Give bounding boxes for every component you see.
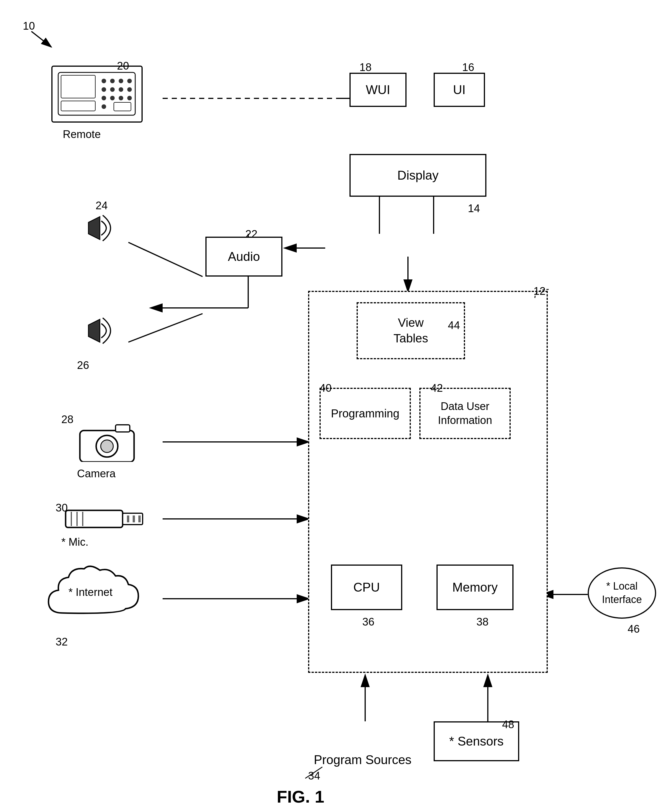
display-label: Display — [397, 168, 438, 183]
svg-point-41 — [119, 96, 123, 100]
ref-16: 16 — [462, 61, 474, 74]
svg-point-38 — [127, 87, 132, 92]
svg-point-33 — [119, 79, 123, 83]
svg-rect-51 — [66, 510, 123, 527]
svg-point-49 — [101, 440, 113, 452]
display-box: Display — [350, 154, 486, 197]
programming-box: Programming — [320, 388, 411, 439]
ref-20: 20 — [117, 60, 129, 72]
ref-38: 38 — [476, 616, 489, 628]
svg-point-32 — [110, 79, 115, 83]
mic-label: * Mic. — [61, 536, 88, 548]
svg-rect-54 — [132, 516, 135, 522]
svg-rect-44 — [114, 102, 131, 111]
programming-label: Programming — [331, 407, 399, 420]
view-tables-label: View Tables — [393, 315, 428, 346]
ref-18: 18 — [359, 61, 371, 74]
ref-42: 42 — [431, 382, 443, 394]
svg-line-12 — [128, 242, 203, 277]
data-user-info-label: Data User Information — [438, 400, 492, 428]
audio-box: Audio — [205, 237, 282, 277]
speaker-top-icon — [77, 205, 134, 251]
svg-marker-46 — [88, 319, 100, 342]
svg-rect-53 — [127, 516, 129, 522]
svg-rect-29 — [61, 75, 95, 98]
svg-marker-45 — [88, 217, 100, 239]
ref-40: 40 — [320, 382, 331, 394]
ref-30: 30 — [56, 502, 68, 514]
svg-point-35 — [102, 87, 106, 92]
cpu-box: CPU — [331, 565, 402, 610]
camera-label: Camera — [77, 467, 115, 480]
ref-48: 48 — [502, 719, 514, 731]
svg-rect-30 — [61, 101, 95, 111]
svg-point-34 — [127, 79, 132, 83]
audio-label: Audio — [228, 249, 260, 264]
svg-text:* Internet: * Internet — [68, 586, 113, 598]
remote-device — [51, 66, 143, 123]
wui-box: WUI — [350, 73, 407, 107]
ref-34-arrow — [300, 764, 334, 781]
speaker-bottom — [77, 308, 134, 357]
memory-box: Memory — [437, 565, 514, 610]
svg-point-31 — [102, 79, 106, 83]
svg-rect-50 — [115, 425, 130, 432]
svg-rect-55 — [138, 516, 140, 522]
camera-icon — [71, 416, 143, 462]
ref-12-curve — [533, 288, 550, 299]
svg-point-37 — [119, 87, 123, 92]
speaker-top — [77, 205, 134, 254]
speaker-bottom-icon — [77, 308, 134, 354]
ref-44: 44 — [448, 319, 460, 332]
ref-14: 14 — [468, 202, 480, 215]
memory-label: Memory — [452, 580, 498, 595]
local-interface-label: * Local Interface — [602, 580, 642, 606]
svg-point-36 — [110, 87, 115, 92]
ref-24: 24 — [96, 200, 107, 212]
ui-box: UI — [434, 73, 485, 107]
wui-label: WUI — [366, 83, 390, 97]
svg-line-13 — [128, 314, 203, 342]
remote-icon — [52, 67, 141, 121]
remote-label: Remote — [63, 128, 101, 140]
internet-cloud-icon: * Internet — [40, 565, 148, 633]
ui-label: UI — [453, 83, 465, 97]
svg-point-42 — [127, 96, 132, 100]
svg-line-60 — [305, 767, 322, 778]
svg-point-43 — [102, 104, 106, 109]
ref-28: 28 — [61, 414, 73, 426]
data-user-info-box: Data User Information — [419, 388, 511, 439]
ref-32: 32 — [56, 636, 68, 648]
svg-point-40 — [110, 96, 115, 100]
cpu-label: CPU — [353, 580, 380, 595]
svg-rect-28 — [58, 72, 135, 115]
figure-label: FIG. 1 — [277, 787, 324, 807]
mic-icon — [63, 505, 148, 533]
ref-22: 22 — [245, 228, 257, 240]
ref-36: 36 — [362, 616, 374, 628]
svg-line-26 — [32, 31, 51, 47]
svg-point-39 — [102, 96, 106, 100]
ref-10-arrow — [28, 28, 57, 51]
local-interface-box: * Local Interface — [588, 567, 656, 619]
sensors-label: * Sensors — [449, 734, 504, 748]
ref-46: 46 — [627, 623, 640, 635]
diagram-container: 10 — [0, 0, 659, 812]
ref-26: 26 — [77, 359, 89, 371]
